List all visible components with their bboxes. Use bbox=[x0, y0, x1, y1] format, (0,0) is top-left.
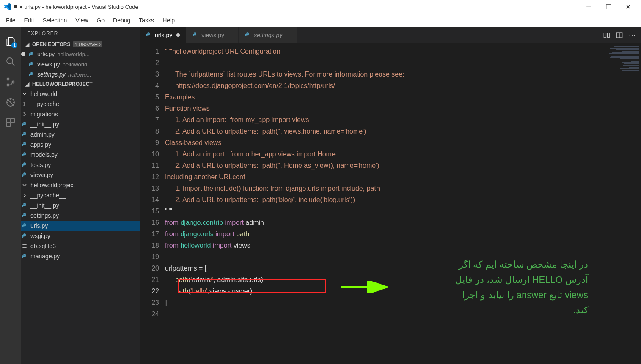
menu-selection[interactable]: Selection bbox=[39, 15, 72, 25]
code-line[interactable]: urlpatterns = [ bbox=[165, 263, 603, 274]
line-number: 21 bbox=[140, 274, 159, 285]
code-line[interactable]: Examples: bbox=[165, 91, 603, 103]
open-editor-item[interactable]: views.py helloworld bbox=[21, 59, 140, 69]
svg-line-1 bbox=[12, 63, 14, 66]
tree-folder-helloworld[interactable]: helloworld bbox=[21, 89, 140, 99]
code-line[interactable]: Function views bbox=[165, 103, 603, 114]
open-editor-item[interactable]: settings.py hellowo... bbox=[21, 69, 140, 79]
menu-go[interactable]: Go bbox=[92, 15, 109, 25]
tab-settings[interactable]: settings.py × bbox=[239, 27, 297, 43]
tree-file-apps-py[interactable]: apps.py bbox=[21, 140, 140, 150]
code-line[interactable]: 2. Add a URL to urlpatterns: path('', vi… bbox=[165, 126, 603, 137]
line-number: 13 bbox=[140, 183, 159, 194]
tree-file-tests-py[interactable]: tests.py bbox=[21, 160, 140, 170]
line-number: 14 bbox=[140, 194, 159, 205]
code-line[interactable]: ] bbox=[165, 297, 603, 308]
tree-folder-migrations[interactable]: migrations bbox=[21, 109, 140, 119]
close-button[interactable]: ✕ bbox=[618, 0, 638, 14]
tab-urls[interactable]: urls.py bbox=[140, 27, 186, 43]
code-line[interactable] bbox=[165, 57, 603, 68]
code-line[interactable]: 1. Import the include() function: from d… bbox=[165, 183, 603, 194]
editor[interactable]: 123456789101112131415161718192021222324 … bbox=[140, 43, 641, 364]
tree-file-__init__-py[interactable]: __init__.py bbox=[21, 119, 140, 129]
python-file-icon bbox=[21, 131, 28, 138]
code-line[interactable]: 2. Add a URL to urlpatterns: path('', Ho… bbox=[165, 160, 603, 171]
more-actions-icon[interactable]: ⋯ bbox=[626, 29, 638, 41]
compare-changes-icon[interactable] bbox=[600, 29, 613, 41]
code-line[interactable]: The `urlpatterns` list routes URLs to vi… bbox=[165, 68, 603, 80]
tree-file-views-py[interactable]: views.py bbox=[21, 170, 140, 180]
line-number: 6 bbox=[140, 103, 159, 114]
tree-file-manage-py[interactable]: manage.py bbox=[21, 251, 140, 261]
line-number: 1 bbox=[140, 46, 159, 57]
line-number: 24 bbox=[140, 308, 159, 320]
open-editor-item[interactable]: urls.py helloworldp... bbox=[21, 49, 140, 59]
code-line[interactable]: from django.urls import path bbox=[165, 228, 603, 240]
tree-file-models-py[interactable]: models.py bbox=[21, 150, 140, 160]
line-number: 10 bbox=[140, 148, 159, 160]
project-header[interactable]: ◢ HELLOWORLDPROJECT bbox=[21, 79, 140, 89]
extensions-icon[interactable] bbox=[5, 117, 17, 129]
code-line[interactable]: 1. Add an import: from my_app import vie… bbox=[165, 114, 603, 126]
debug-icon[interactable] bbox=[5, 96, 17, 108]
tree-file-urls-py[interactable]: urls.py bbox=[21, 221, 140, 231]
tree-folder-helloworldproject[interactable]: helloworldproject bbox=[21, 180, 140, 190]
tree-folder-__pycache__[interactable]: __pycache__ bbox=[21, 99, 140, 109]
unsaved-tag: 1 UNSAVED bbox=[73, 41, 102, 47]
database-file-icon bbox=[21, 243, 28, 249]
svg-point-2 bbox=[7, 78, 9, 80]
code-line[interactable]: from django.contrib import admin bbox=[165, 217, 603, 228]
python-file-icon bbox=[21, 151, 28, 158]
python-file-icon bbox=[28, 71, 35, 78]
line-number: 20 bbox=[140, 263, 159, 274]
menu-help[interactable]: Help bbox=[158, 15, 179, 25]
code-line[interactable]: https://docs.djangoproject.com/en/2.1/to… bbox=[165, 80, 603, 91]
tree-file-settings-py[interactable]: settings.py bbox=[21, 211, 140, 221]
menu-edit[interactable]: Edit bbox=[20, 15, 39, 25]
line-number: 11 bbox=[140, 160, 159, 171]
open-editors-header[interactable]: ◢ OPEN EDITORS 1 UNSAVED bbox=[21, 40, 140, 49]
file-tree: helloworld__pycache__migrations__init__.… bbox=[21, 89, 140, 261]
explorer-icon[interactable]: 1 bbox=[5, 36, 17, 47]
code-line[interactable]: path('admin/', admin.site.urls), bbox=[165, 274, 603, 285]
tab-views[interactable]: views.py × bbox=[186, 27, 239, 43]
tree-file-wsgi-py[interactable]: wsgi.py bbox=[21, 231, 140, 241]
tree-file-db-sqlite3[interactable]: db.sqlite3 bbox=[21, 241, 140, 251]
menu-view[interactable]: View bbox=[71, 15, 92, 25]
code-line[interactable]: 2. Add a URL to urlpatterns: path('blog/… bbox=[165, 194, 603, 205]
chevron-down-icon bbox=[21, 182, 28, 189]
code-line[interactable] bbox=[165, 308, 603, 320]
python-file-icon bbox=[245, 32, 250, 39]
source-control-icon[interactable] bbox=[5, 76, 17, 88]
code-line[interactable] bbox=[165, 251, 603, 263]
split-editor-icon[interactable] bbox=[613, 29, 626, 41]
python-file-icon bbox=[192, 32, 198, 39]
python-file-icon bbox=[21, 202, 28, 209]
tree-file-admin-py[interactable]: admin.py bbox=[21, 129, 140, 140]
line-number: 9 bbox=[140, 137, 159, 148]
tree-file-__init__-py[interactable]: __init__.py bbox=[21, 200, 140, 211]
code-line[interactable]: 1. Add an import: from other_app.views i… bbox=[165, 148, 603, 160]
python-file-icon bbox=[21, 161, 28, 168]
line-number: 12 bbox=[140, 171, 159, 183]
tree-folder-__pycache__[interactable]: __pycache__ bbox=[21, 190, 140, 200]
menu-file[interactable]: File bbox=[2, 15, 20, 25]
menu-debug[interactable]: Debug bbox=[109, 15, 135, 25]
code-line[interactable]: from helloworld import views bbox=[165, 240, 603, 251]
code-line[interactable]: Including another URLconf bbox=[165, 171, 603, 183]
code-body[interactable]: در اینجا مشخص ساخته ایم که اگر آدرس HELL… bbox=[165, 43, 603, 364]
code-line[interactable]: path('hello',views.answer) bbox=[165, 285, 603, 297]
minimap[interactable] bbox=[603, 43, 641, 364]
search-icon[interactable] bbox=[5, 56, 17, 68]
line-number: 23 bbox=[140, 297, 159, 308]
svg-point-3 bbox=[7, 84, 9, 86]
menu-tasks[interactable]: Tasks bbox=[135, 15, 158, 25]
svg-point-0 bbox=[7, 58, 13, 64]
minimize-button[interactable]: ─ bbox=[579, 0, 599, 14]
chevron-right-icon bbox=[21, 101, 28, 107]
code-line[interactable]: Class-based views bbox=[165, 137, 603, 148]
code-line[interactable]: """ bbox=[165, 205, 603, 217]
python-file-icon bbox=[21, 121, 28, 128]
code-line[interactable]: """helloworldproject URL Configuration bbox=[165, 46, 603, 57]
maximize-button[interactable]: ☐ bbox=[599, 0, 618, 14]
